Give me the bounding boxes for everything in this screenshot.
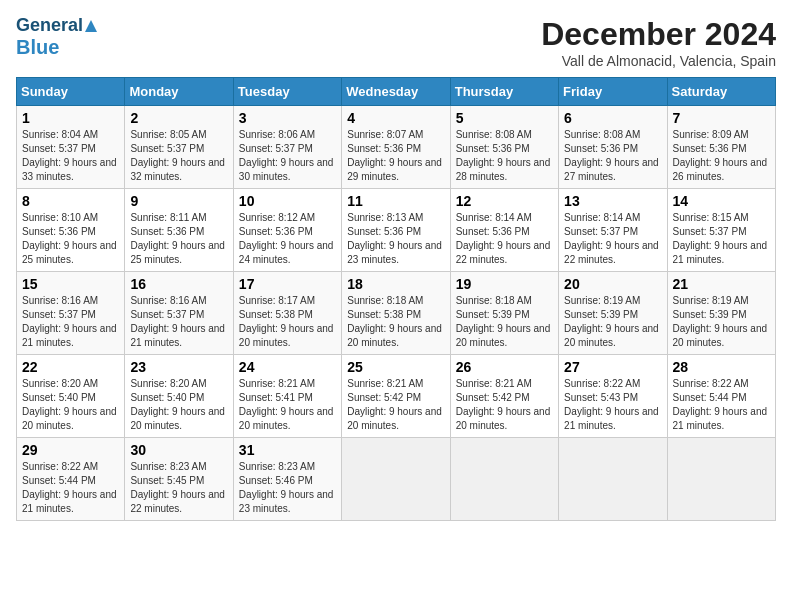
- calendar-cell: 19Sunrise: 8:18 AMSunset: 5:39 PMDayligh…: [450, 272, 558, 355]
- calendar-cell: 13Sunrise: 8:14 AMSunset: 5:37 PMDayligh…: [559, 189, 667, 272]
- day-info: Sunrise: 8:19 AMSunset: 5:39 PMDaylight:…: [564, 294, 661, 350]
- calendar-cell: 31Sunrise: 8:23 AMSunset: 5:46 PMDayligh…: [233, 438, 341, 521]
- day-number: 25: [347, 359, 444, 375]
- calendar-table: SundayMondayTuesdayWednesdayThursdayFrid…: [16, 77, 776, 521]
- day-info: Sunrise: 8:23 AMSunset: 5:46 PMDaylight:…: [239, 460, 336, 516]
- calendar-cell: 6Sunrise: 8:08 AMSunset: 5:36 PMDaylight…: [559, 106, 667, 189]
- calendar-week-row: 1Sunrise: 8:04 AMSunset: 5:37 PMDaylight…: [17, 106, 776, 189]
- day-info: Sunrise: 8:14 AMSunset: 5:36 PMDaylight:…: [456, 211, 553, 267]
- day-info: Sunrise: 8:13 AMSunset: 5:36 PMDaylight:…: [347, 211, 444, 267]
- day-info: Sunrise: 8:18 AMSunset: 5:38 PMDaylight:…: [347, 294, 444, 350]
- main-title: December 2024: [541, 16, 776, 53]
- day-number: 18: [347, 276, 444, 292]
- day-info: Sunrise: 8:17 AMSunset: 5:38 PMDaylight:…: [239, 294, 336, 350]
- svg-marker-0: [85, 20, 97, 32]
- day-info: Sunrise: 8:18 AMSunset: 5:39 PMDaylight:…: [456, 294, 553, 350]
- weekday-header-friday: Friday: [559, 78, 667, 106]
- weekday-header-tuesday: Tuesday: [233, 78, 341, 106]
- calendar-cell: 20Sunrise: 8:19 AMSunset: 5:39 PMDayligh…: [559, 272, 667, 355]
- calendar-cell: 1Sunrise: 8:04 AMSunset: 5:37 PMDaylight…: [17, 106, 125, 189]
- day-number: 26: [456, 359, 553, 375]
- calendar-cell: 7Sunrise: 8:09 AMSunset: 5:36 PMDaylight…: [667, 106, 775, 189]
- day-number: 15: [22, 276, 119, 292]
- day-number: 21: [673, 276, 770, 292]
- day-info: Sunrise: 8:21 AMSunset: 5:42 PMDaylight:…: [347, 377, 444, 433]
- day-info: Sunrise: 8:12 AMSunset: 5:36 PMDaylight:…: [239, 211, 336, 267]
- calendar-cell: 18Sunrise: 8:18 AMSunset: 5:38 PMDayligh…: [342, 272, 450, 355]
- page-header: General Blue December 2024 Vall de Almon…: [16, 16, 776, 69]
- weekday-header-wednesday: Wednesday: [342, 78, 450, 106]
- logo: General Blue: [16, 16, 98, 58]
- day-number: 6: [564, 110, 661, 126]
- logo-general: General: [16, 15, 83, 35]
- day-number: 8: [22, 193, 119, 209]
- day-number: 5: [456, 110, 553, 126]
- day-info: Sunrise: 8:07 AMSunset: 5:36 PMDaylight:…: [347, 128, 444, 184]
- calendar-cell: 26Sunrise: 8:21 AMSunset: 5:42 PMDayligh…: [450, 355, 558, 438]
- day-number: 20: [564, 276, 661, 292]
- calendar-cell: 25Sunrise: 8:21 AMSunset: 5:42 PMDayligh…: [342, 355, 450, 438]
- calendar-cell: 21Sunrise: 8:19 AMSunset: 5:39 PMDayligh…: [667, 272, 775, 355]
- day-info: Sunrise: 8:11 AMSunset: 5:36 PMDaylight:…: [130, 211, 227, 267]
- calendar-cell: 24Sunrise: 8:21 AMSunset: 5:41 PMDayligh…: [233, 355, 341, 438]
- calendar-cell: 14Sunrise: 8:15 AMSunset: 5:37 PMDayligh…: [667, 189, 775, 272]
- calendar-cell: 12Sunrise: 8:14 AMSunset: 5:36 PMDayligh…: [450, 189, 558, 272]
- calendar-week-row: 15Sunrise: 8:16 AMSunset: 5:37 PMDayligh…: [17, 272, 776, 355]
- calendar-cell: 10Sunrise: 8:12 AMSunset: 5:36 PMDayligh…: [233, 189, 341, 272]
- day-number: 9: [130, 193, 227, 209]
- day-info: Sunrise: 8:22 AMSunset: 5:43 PMDaylight:…: [564, 377, 661, 433]
- day-number: 7: [673, 110, 770, 126]
- day-info: Sunrise: 8:15 AMSunset: 5:37 PMDaylight:…: [673, 211, 770, 267]
- day-info: Sunrise: 8:16 AMSunset: 5:37 PMDaylight:…: [22, 294, 119, 350]
- calendar-cell: 8Sunrise: 8:10 AMSunset: 5:36 PMDaylight…: [17, 189, 125, 272]
- calendar-week-row: 29Sunrise: 8:22 AMSunset: 5:44 PMDayligh…: [17, 438, 776, 521]
- calendar-cell: 23Sunrise: 8:20 AMSunset: 5:40 PMDayligh…: [125, 355, 233, 438]
- day-info: Sunrise: 8:08 AMSunset: 5:36 PMDaylight:…: [564, 128, 661, 184]
- calendar-cell: 28Sunrise: 8:22 AMSunset: 5:44 PMDayligh…: [667, 355, 775, 438]
- day-info: Sunrise: 8:19 AMSunset: 5:39 PMDaylight:…: [673, 294, 770, 350]
- calendar-cell: 15Sunrise: 8:16 AMSunset: 5:37 PMDayligh…: [17, 272, 125, 355]
- day-info: Sunrise: 8:23 AMSunset: 5:45 PMDaylight:…: [130, 460, 227, 516]
- calendar-cell: 16Sunrise: 8:16 AMSunset: 5:37 PMDayligh…: [125, 272, 233, 355]
- calendar-cell: 9Sunrise: 8:11 AMSunset: 5:36 PMDaylight…: [125, 189, 233, 272]
- day-number: 23: [130, 359, 227, 375]
- day-number: 22: [22, 359, 119, 375]
- calendar-week-row: 22Sunrise: 8:20 AMSunset: 5:40 PMDayligh…: [17, 355, 776, 438]
- title-block: December 2024 Vall de Almonacid, Valenci…: [541, 16, 776, 69]
- day-info: Sunrise: 8:22 AMSunset: 5:44 PMDaylight:…: [22, 460, 119, 516]
- day-info: Sunrise: 8:09 AMSunset: 5:36 PMDaylight:…: [673, 128, 770, 184]
- day-number: 28: [673, 359, 770, 375]
- day-info: Sunrise: 8:04 AMSunset: 5:37 PMDaylight:…: [22, 128, 119, 184]
- day-number: 30: [130, 442, 227, 458]
- day-number: 16: [130, 276, 227, 292]
- day-info: Sunrise: 8:06 AMSunset: 5:37 PMDaylight:…: [239, 128, 336, 184]
- day-number: 4: [347, 110, 444, 126]
- day-number: 2: [130, 110, 227, 126]
- calendar-cell: 4Sunrise: 8:07 AMSunset: 5:36 PMDaylight…: [342, 106, 450, 189]
- calendar-cell: [667, 438, 775, 521]
- day-info: Sunrise: 8:20 AMSunset: 5:40 PMDaylight:…: [130, 377, 227, 433]
- calendar-cell: 11Sunrise: 8:13 AMSunset: 5:36 PMDayligh…: [342, 189, 450, 272]
- weekday-header-sunday: Sunday: [17, 78, 125, 106]
- day-info: Sunrise: 8:10 AMSunset: 5:36 PMDaylight:…: [22, 211, 119, 267]
- calendar-cell: 2Sunrise: 8:05 AMSunset: 5:37 PMDaylight…: [125, 106, 233, 189]
- day-info: Sunrise: 8:14 AMSunset: 5:37 PMDaylight:…: [564, 211, 661, 267]
- day-number: 27: [564, 359, 661, 375]
- calendar-cell: 27Sunrise: 8:22 AMSunset: 5:43 PMDayligh…: [559, 355, 667, 438]
- logo-blue: Blue: [16, 36, 98, 58]
- day-number: 14: [673, 193, 770, 209]
- day-number: 24: [239, 359, 336, 375]
- weekday-header-saturday: Saturday: [667, 78, 775, 106]
- calendar-week-row: 8Sunrise: 8:10 AMSunset: 5:36 PMDaylight…: [17, 189, 776, 272]
- day-number: 13: [564, 193, 661, 209]
- day-number: 12: [456, 193, 553, 209]
- day-info: Sunrise: 8:20 AMSunset: 5:40 PMDaylight:…: [22, 377, 119, 433]
- day-info: Sunrise: 8:21 AMSunset: 5:42 PMDaylight:…: [456, 377, 553, 433]
- calendar-cell: 22Sunrise: 8:20 AMSunset: 5:40 PMDayligh…: [17, 355, 125, 438]
- calendar-cell: [559, 438, 667, 521]
- day-number: 10: [239, 193, 336, 209]
- logo-line1: General: [16, 16, 98, 36]
- location-subtitle: Vall de Almonacid, Valencia, Spain: [541, 53, 776, 69]
- day-number: 29: [22, 442, 119, 458]
- day-info: Sunrise: 8:08 AMSunset: 5:36 PMDaylight:…: [456, 128, 553, 184]
